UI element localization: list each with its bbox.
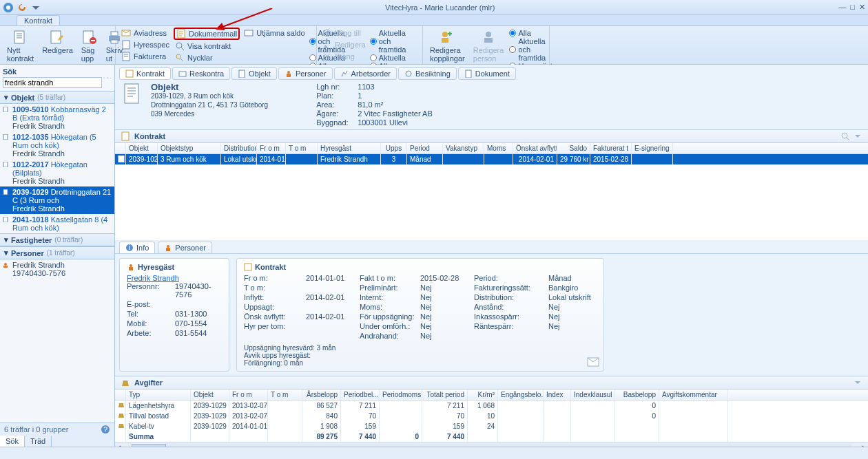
sidebar-tab-sok[interactable]: Sök (0, 436, 25, 447)
hyresgast-name-link[interactable]: Fredrik Strandh (127, 274, 179, 282)
chevron-down-icon: ▾ (4, 93, 8, 102)
col-header[interactable]: Kr/m² (468, 389, 498, 400)
search-label: Sök (3, 67, 112, 76)
scroll-thumb[interactable] (132, 444, 166, 447)
svg-rect-24 (3, 107, 8, 112)
nycklar-button[interactable]: Nycklar (174, 52, 240, 63)
ribbon-group-3: Lägg till Redigera Stäng Aktuella och fr… (317, 26, 423, 64)
mail-icon[interactable] (587, 357, 599, 367)
avgifter-row[interactable]: Kabel-tv2039-10292014-01-011 90815915924 (115, 421, 868, 431)
kontrakt-grid-row[interactable]: 2039-10293 Rum och kökLokal utskrift2014… (115, 154, 868, 164)
col-header[interactable]: Fr o m (257, 143, 286, 153)
scroll-right-icon[interactable]: ▸ (860, 442, 868, 447)
sidepanel-fastigheter-header[interactable]: ▾ Fastigheter (0 träffar) (0, 233, 114, 246)
col-header[interactable]: Typ (126, 389, 191, 400)
col-header[interactable] (728, 389, 868, 400)
redigera-kopplingar-button[interactable]: Redigera kopplingar (427, 28, 468, 64)
minimize-button[interactable]: — (838, 3, 846, 12)
col-header[interactable]: Moms (484, 143, 513, 153)
subtab-dokument[interactable]: Dokument (458, 67, 516, 80)
col-header[interactable]: T o m (286, 143, 318, 153)
maximize-button[interactable]: □ (850, 3, 855, 12)
col-header[interactable] (115, 389, 126, 400)
search-icon[interactable] (103, 77, 105, 87)
subtab-kontrakt[interactable]: Kontrakt (119, 67, 171, 80)
col-header[interactable]: Fr o m (229, 389, 268, 400)
search-dropdown-icon[interactable] (110, 77, 112, 87)
subtab-personer[interactable]: Personer (278, 67, 333, 80)
sidebar-item-objekt[interactable]: 1012-2017 Hökegatan (Bilplats)Fredrik St… (0, 159, 114, 186)
col-header[interactable]: Basbelopp (615, 389, 659, 400)
avgifter-row[interactable]: Tillval bostad2039-10292013-02-078407070… (115, 411, 868, 421)
tab-info[interactable]: iInfo (119, 242, 155, 253)
col-header[interactable]: E-signering (632, 143, 673, 153)
close-button[interactable]: ✕ (859, 3, 865, 12)
search-kontrakt-icon[interactable] (840, 131, 850, 141)
sidepanel-objekt-header[interactable]: ▾ Objekt (5 träffar) (0, 91, 114, 104)
redigera-avgift-button: Redigera (321, 39, 367, 50)
sidebar-item-objekt[interactable]: 1012-1035 Hökegatan (5 Rum och kök)Fredr… (0, 131, 114, 159)
avgifter-row[interactable]: Lägenhetshyra2039-10292013-02-0786 5277 … (115, 401, 868, 411)
expand-kontrakt-icon[interactable] (853, 131, 862, 141)
col-header[interactable]: Saldo (557, 143, 590, 153)
kontrakt-section-header: Kontrakt (115, 129, 868, 143)
col-header[interactable]: Period (407, 143, 443, 153)
scroll-left-icon[interactable]: ◂ (115, 442, 123, 447)
col-header[interactable]: Vakanstyp (443, 143, 484, 153)
col-header[interactable]: Fakturerat t ... (590, 143, 632, 153)
radio-avg-aktuella[interactable]: Aktuella (370, 54, 418, 62)
col-header[interactable]: Indexklausul (571, 389, 615, 400)
col-header[interactable]: Årsbelopp (302, 389, 341, 400)
col-header[interactable]: Objektstyp (158, 143, 221, 153)
horizontal-scrollbar[interactable]: ◂ ▸ (115, 442, 868, 447)
visa-kontrakt-button[interactable]: Visa kontrakt (174, 41, 240, 52)
radio-pers-alla[interactable]: Alla (509, 29, 559, 37)
dokumentmall-button[interactable]: Dokumentmall (174, 28, 240, 40)
subtab-reskontra[interactable]: Reskontra (172, 67, 230, 80)
col-header[interactable]: Periodmoms (380, 389, 422, 400)
svg-rect-30 (3, 266, 8, 268)
col-header[interactable]: Avgiftskommentar (659, 389, 728, 400)
radio-avg-aktuella-framtida[interactable]: Aktuella och framtida (370, 29, 418, 54)
sidebar-item-objekt[interactable]: 1009-5010 Kobbarnasväg 2 B (Extra förråd… (0, 104, 114, 131)
col-header[interactable]: Objekt (191, 389, 229, 400)
sidebar-item-objekt[interactable]: 2041-1018 Kastellgatan 8 (4 Rum och kök) (0, 214, 114, 233)
col-header[interactable]: Totalt period (422, 389, 468, 400)
refresh-icon[interactable] (17, 2, 28, 13)
ribbon-tab-kontrakt[interactable]: Kontrakt (17, 15, 60, 25)
col-header[interactable]: Distribution (221, 143, 257, 153)
qat-dropdown-icon[interactable] (30, 2, 41, 13)
subtab-arbetsorder[interactable]: Arbetsorder (334, 67, 397, 80)
nytt-kontrakt-button[interactable]: Nytt kontrakt (4, 28, 37, 64)
expand-avgifter-icon[interactable] (853, 378, 862, 387)
sidebar-item-person[interactable]: Fredrik Strandh19740430-7576 (0, 259, 114, 279)
sidebar-item-objekt[interactable]: 2039-1029 Drottninggatan 21 C (3 Rum och… (0, 186, 114, 214)
search-input[interactable] (3, 77, 102, 88)
utjamna-saldo-button[interactable]: Utjämna saldo (242, 28, 306, 39)
col-header[interactable]: Engångsbelo... (498, 389, 544, 400)
aviadress-button[interactable]: Aviadress (120, 28, 171, 39)
kontrakt-grid-spacer (115, 164, 868, 240)
svg-point-46 (167, 245, 169, 248)
col-header[interactable]: Upps (381, 143, 407, 153)
fakturera-button[interactable]: Fakturera (120, 51, 171, 62)
sidebar-tab-trad[interactable]: Träd (25, 436, 52, 447)
col-header[interactable]: Periodbel... (341, 389, 380, 400)
col-header[interactable]: T o m (268, 389, 302, 400)
help-icon[interactable]: ? (101, 425, 110, 434)
col-header[interactable]: Önskat avflytt... (513, 143, 557, 153)
subtab-besiktning[interactable]: Besiktning (398, 67, 457, 80)
radio-pers-aktuella-framtida[interactable]: Aktuella och framtida (509, 37, 559, 62)
redigera-button[interactable]: Redigera (39, 28, 76, 56)
svg-point-1 (6, 6, 10, 10)
col-header[interactable]: Hyresgäst (318, 143, 381, 153)
sag-upp-button[interactable]: Säg upp (79, 28, 101, 64)
tab-personer[interactable]: Personer (158, 242, 212, 253)
search-options-icon[interactable] (107, 77, 109, 87)
col-header[interactable]: Objekt (126, 143, 158, 153)
sidepanel-personer-header[interactable]: ▾ Personer (1 träffar) (0, 246, 114, 259)
hyresspec-button[interactable]: Hyresspec (120, 39, 171, 50)
col-header[interactable]: Index (544, 389, 571, 400)
subtab-objekt[interactable]: Objekt (231, 67, 277, 80)
col-header[interactable] (115, 143, 126, 153)
